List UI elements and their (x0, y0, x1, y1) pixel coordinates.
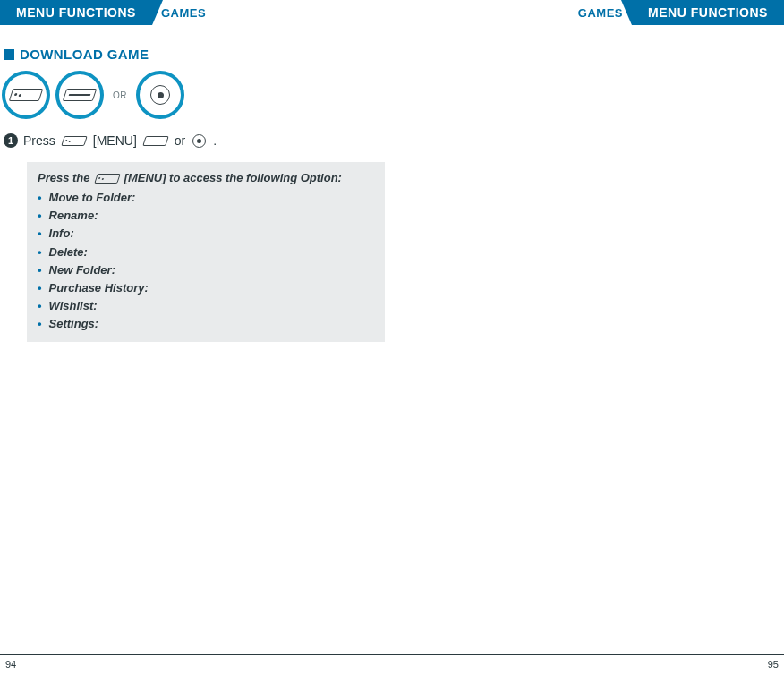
page-number-right: 95 (768, 659, 779, 670)
step-text-period: . (213, 133, 217, 148)
options-list: Move to Folder: Rename: Info: Delete: Ne… (38, 189, 374, 333)
step-text-press: Press (23, 133, 55, 148)
options-lead-post: [MENU] to access the following Option: (124, 169, 342, 187)
options-lead: Press the [MENU] to access the following… (38, 169, 374, 187)
softkey-inline-icon (61, 136, 88, 146)
options-lead-pre: Press the (38, 169, 90, 187)
ok-glyph-icon (150, 85, 170, 105)
menu-key-icon (55, 71, 104, 119)
page-header: MENU FUNCTIONS GAMES GAMES MENU FUNCTION… (0, 0, 784, 25)
page-footer: 94 95 (0, 654, 784, 670)
header-left: MENU FUNCTIONS GAMES (0, 0, 215, 25)
bullet-square-icon (4, 49, 14, 60)
or-label: OR (113, 90, 127, 100)
softkey-inline-icon (94, 174, 121, 184)
softkey-glyph-icon (9, 89, 44, 101)
section-heading: DOWNLOAD GAME (4, 47, 784, 62)
ok-key-inline-icon (192, 134, 206, 148)
menu-key-inline-icon (142, 136, 169, 146)
option-label: New Folder: (49, 261, 115, 279)
options-panel: Press the [MENU] to access the following… (27, 162, 385, 342)
softkey-icon (2, 71, 50, 119)
list-item: New Folder: (38, 261, 374, 279)
ok-key-icon (136, 71, 184, 119)
option-label: Settings: (49, 315, 99, 333)
header-right: GAMES MENU FUNCTIONS (569, 0, 784, 25)
step-1: 1 Press [MENU] or . (4, 133, 784, 148)
page-number-left: 94 (5, 659, 16, 670)
option-label: Wishlist: (49, 297, 98, 315)
list-item: Info: (38, 225, 374, 243)
step-text-or: or (175, 133, 185, 148)
section-title: DOWNLOAD GAME (20, 47, 149, 62)
list-item: Wishlist: (38, 297, 374, 315)
header-tab-primary-left: MENU FUNCTIONS (0, 0, 152, 25)
option-label: Move to Folder: (49, 189, 136, 207)
list-item: Rename: (38, 207, 374, 225)
icon-row: OR (2, 71, 784, 119)
option-label: Info: (49, 225, 74, 243)
list-item: Settings: (38, 315, 374, 333)
header-tab-primary-right: MENU FUNCTIONS (632, 0, 784, 25)
option-label: Purchase History: (49, 279, 149, 297)
step-number-badge: 1 (4, 133, 18, 148)
list-item: Move to Folder: (38, 189, 374, 207)
list-item: Purchase History: (38, 279, 374, 297)
step-text-menu: [MENU] (93, 133, 137, 148)
list-item: Delete: (38, 244, 374, 261)
menu-key-glyph-icon (63, 89, 98, 101)
option-label: Rename: (49, 207, 98, 225)
option-label: Delete: (49, 244, 88, 261)
